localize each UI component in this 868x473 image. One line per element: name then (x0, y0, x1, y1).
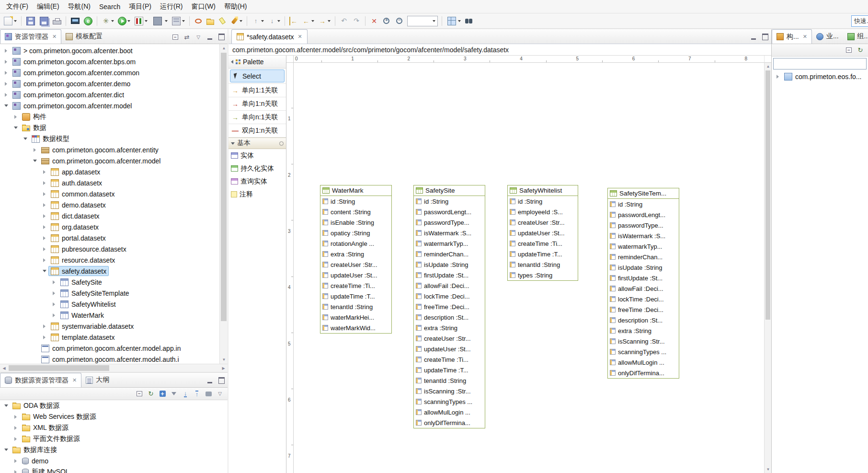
entity-field[interactable]: createUser :Str... (414, 333, 485, 344)
toolbar-button-back[interactable] (300, 15, 316, 27)
tree-item[interactable]: 构件 (0, 111, 228, 122)
entity-safetysite[interactable]: SafetySiteid :StringpasswordLengt...pass… (413, 185, 485, 428)
entity-field[interactable]: scanningTypes ... (414, 396, 485, 407)
entity-field[interactable]: types :String (508, 270, 578, 280)
entity-field[interactable]: tenantId :String (320, 301, 391, 312)
palette-tool-select[interactable]: Select (230, 69, 285, 82)
toolbar-button-toggle-mark-occurrences[interactable] (217, 15, 228, 27)
export-icon[interactable] (192, 389, 202, 399)
entity-field[interactable]: isEnable :String (320, 217, 391, 228)
tree-item[interactable]: 新建 MySQL (0, 466, 228, 473)
toolbar-button-console[interactable] (69, 15, 81, 27)
entity-field[interactable]: employeeId :S... (508, 207, 578, 217)
collapse-palette-icon[interactable] (231, 60, 233, 64)
toolbar-button-diagram-layout[interactable] (445, 15, 462, 27)
snapshot-icon[interactable] (204, 389, 213, 399)
entity-field[interactable]: waterMarkWid... (320, 323, 391, 333)
quick-access-box[interactable]: 快速... (851, 15, 868, 27)
maximize-icon[interactable] (217, 376, 226, 385)
palette-tool-entity[interactable]: 实体 (228, 149, 286, 162)
tab-template-config[interactable]: 模板配置 (61, 29, 107, 44)
toolbar-button-forward[interactable] (317, 15, 332, 27)
entity-field[interactable]: allowFail :Deci... (608, 283, 679, 294)
toolbar-button-delete[interactable] (368, 15, 380, 27)
maximize-icon[interactable] (760, 32, 770, 42)
entity-field[interactable]: id :String (608, 199, 679, 209)
entity-field[interactable]: updateUser :St... (320, 270, 391, 280)
entity-field[interactable]: id :String (508, 196, 578, 207)
entity-field[interactable]: allowMulLogin ... (414, 407, 485, 417)
entity-field[interactable]: tenantId :String (508, 259, 578, 270)
expand-arrow-icon[interactable] (40, 324, 48, 328)
entity-field[interactable]: reminderChan... (414, 249, 485, 259)
tree-item[interactable]: com.primeton.gocom.afcenter.model (0, 100, 228, 111)
scroll-left-icon[interactable]: ◀ (0, 364, 8, 372)
link-with-editor-icon[interactable] (182, 32, 192, 42)
palette-drawer-basic[interactable]: 基本 (228, 138, 286, 149)
entity-field[interactable]: passwordType... (414, 217, 485, 228)
refresh-icon[interactable] (146, 389, 156, 399)
entity-field[interactable]: id :String (320, 196, 391, 207)
pin-icon[interactable] (279, 141, 284, 146)
menu-project[interactable]: 项目(P) (125, 0, 156, 13)
tree-item[interactable]: safety.datasetx (0, 265, 228, 277)
tree-item[interactable]: ODA 数据源 (0, 400, 228, 411)
toolbar-button-previous-annotation[interactable] (250, 15, 265, 27)
filter-icon[interactable] (169, 389, 179, 399)
tree-item[interactable]: systemvariable.datasetx (0, 321, 228, 332)
tree-item[interactable]: com.primeton.gocom.afcenter.bps.om (0, 56, 228, 67)
entity-field[interactable]: onlyDifTermina... (608, 368, 679, 378)
entity-field[interactable]: allowMulLogin ... (608, 357, 679, 368)
menu-search[interactable]: Search (95, 1, 125, 12)
toolbar-button-zoom-out[interactable] (394, 15, 405, 27)
add-connection-icon[interactable] (158, 389, 167, 399)
toolbar-button-find[interactable] (463, 15, 475, 27)
entity-safetywhitelist[interactable]: SafetyWhitelistid :StringemployeeId :S..… (507, 185, 578, 281)
toolbar-button-eos-platform[interactable] (82, 15, 94, 27)
entity-field[interactable]: firstUpdate :St... (608, 273, 679, 283)
entity-field[interactable]: updateTime :T... (414, 365, 485, 375)
entity-field[interactable]: content :String (320, 207, 391, 217)
maximize-icon[interactable] (217, 32, 226, 42)
entity-field[interactable]: isUpdate :String (608, 262, 679, 273)
palette-tool-one-way-1-1-relation[interactable]: →单向1:1关联 (228, 84, 286, 97)
tree-item[interactable]: template.datasetx (0, 332, 228, 343)
entity-field[interactable]: updateUser :St... (414, 344, 485, 354)
menu-help[interactable]: 帮助(H) (220, 0, 251, 13)
close-icon[interactable]: ✕ (298, 34, 302, 40)
entity-field[interactable]: onlyDifTermina... (414, 417, 485, 428)
tab-groups[interactable]: 组... (843, 29, 868, 44)
editor-tab-safety-datasetx[interactable]: *safety.datasetx ✕ (231, 29, 308, 44)
expand-arrow-icon[interactable] (2, 82, 10, 86)
entity-field[interactable]: createTime :Ti... (320, 280, 391, 291)
tree-item[interactable]: demo.datasetx (0, 199, 228, 210)
minimize-icon[interactable] (205, 376, 215, 385)
expand-arrow-icon[interactable] (40, 247, 48, 251)
toolbar-button-search[interactable] (229, 15, 244, 27)
entity-field[interactable]: reminderChan... (608, 252, 679, 262)
expand-arrow-icon[interactable] (40, 203, 48, 207)
expand-arrow-icon[interactable] (40, 335, 48, 339)
minimize-icon[interactable] (205, 32, 215, 42)
entity-field[interactable]: rotationAngle ... (320, 238, 391, 249)
tree-item[interactable]: dict.datasetx (0, 210, 228, 221)
entity-field[interactable]: passwordLengt... (414, 207, 485, 217)
tree-item[interactable]: auth.datasetx (0, 177, 228, 188)
entity-field[interactable]: extra :String (608, 325, 679, 336)
refresh-icon[interactable] (856, 46, 865, 55)
tree-item[interactable]: com.primeton.gocom.afcenter.entity (0, 144, 228, 155)
entity-field[interactable]: description :St... (414, 312, 485, 323)
collapse-arrow-icon[interactable] (31, 160, 39, 162)
tree-item[interactable]: com.primeton.gocom.afcenter.demo (0, 78, 228, 89)
tree-item[interactable]: WaterMark (0, 310, 228, 321)
entity-field[interactable]: isUpdate :String (414, 259, 485, 270)
expand-arrow-icon[interactable] (11, 115, 20, 119)
scroll-up-icon[interactable]: ▲ (220, 44, 228, 52)
scroll-down-icon[interactable]: ▼ (765, 466, 772, 473)
palette-tool-one-way-n-1-relation[interactable]: →单向n:1关联 (228, 111, 286, 124)
scroll-right-icon[interactable]: ▶ (219, 364, 228, 372)
close-icon[interactable]: ✕ (72, 377, 77, 383)
close-icon[interactable]: ✕ (52, 34, 57, 40)
collapse-arrow-icon[interactable] (2, 449, 10, 451)
menu-file[interactable]: 文件(F) (2, 0, 33, 13)
